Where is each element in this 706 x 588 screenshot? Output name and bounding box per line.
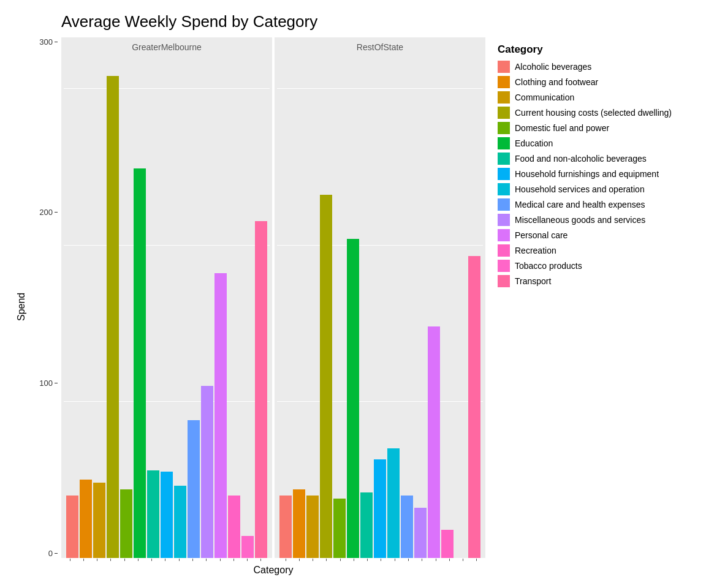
legend-color-2 xyxy=(498,91,510,104)
bar-1-1 xyxy=(293,489,305,558)
plot-area-1 xyxy=(277,57,483,558)
legend-label-2: Communication xyxy=(515,92,574,102)
bar-0-10 xyxy=(201,386,213,558)
legend-label-11: Personal care xyxy=(515,230,567,240)
legend-item-12: Recreation xyxy=(498,244,688,257)
legend-item-13: Tobacco products xyxy=(498,260,688,272)
bars-container-0 xyxy=(64,57,270,558)
bar-0-8 xyxy=(174,486,186,558)
legend-item-8: Household services and operation xyxy=(498,183,688,195)
bar-1-4 xyxy=(333,499,346,558)
legend-color-14 xyxy=(498,275,510,287)
bar-1-12 xyxy=(441,530,454,558)
bar-0-6 xyxy=(147,470,159,558)
legend-label-10: Miscellaneous goods and services xyxy=(515,215,645,225)
legend-color-1 xyxy=(498,76,510,88)
legend-item-7: Household furnishings and equipment xyxy=(498,168,688,180)
legend-label-13: Tobacco products xyxy=(515,261,582,271)
legend-color-9 xyxy=(498,198,510,211)
chart-title: Average Weekly Spend by Category xyxy=(61,12,317,31)
y-ticks-container: 3002001000 xyxy=(34,37,61,558)
bar-0-1 xyxy=(80,480,92,558)
bar-0-3 xyxy=(107,76,119,558)
legend: Category Alcoholic beveragesClothing and… xyxy=(485,37,694,576)
panel-0: GreaterMelbourne xyxy=(61,37,272,558)
legend-color-12 xyxy=(498,244,510,257)
bar-0-7 xyxy=(161,472,173,558)
bar-0-2 xyxy=(93,483,105,558)
legend-label-0: Alcoholic beverages xyxy=(515,62,591,72)
bar-0-4 xyxy=(120,489,132,558)
legend-item-11: Personal care xyxy=(498,229,688,241)
legend-item-6: Food and non-alcoholic beverages xyxy=(498,153,688,165)
legend-color-0 xyxy=(498,61,510,73)
bar-0-5 xyxy=(134,168,146,559)
legend-item-3: Current housing costs (selected dwelling… xyxy=(498,107,688,119)
legend-label-4: Domestic fuel and power xyxy=(515,123,609,133)
legend-item-9: Medical care and health expenses xyxy=(498,198,688,211)
bar-1-8 xyxy=(387,448,400,558)
legend-item-2: Communication xyxy=(498,91,688,104)
bar-1-2 xyxy=(306,496,319,558)
legend-label-9: Medical care and health expenses xyxy=(515,200,645,209)
y-tick-300: 300 xyxy=(39,37,58,47)
legend-label-7: Household furnishings and equipment xyxy=(515,169,659,179)
bar-1-14 xyxy=(468,256,480,558)
legend-label-1: Clothing and footwear xyxy=(515,77,598,87)
panels-area: GreaterMelbourneRestOfState xyxy=(61,37,485,558)
bar-1-0 xyxy=(279,496,292,558)
legend-label-5: Education xyxy=(515,138,553,148)
legend-item-0: Alcoholic beverages xyxy=(498,61,688,73)
bar-0-0 xyxy=(66,496,78,558)
bar-1-5 xyxy=(347,239,359,558)
legend-label-8: Household services and operation xyxy=(515,184,645,194)
legend-color-6 xyxy=(498,153,510,165)
panel-1: RestOfState xyxy=(275,37,485,558)
bar-0-11 xyxy=(214,273,227,558)
chart-main: 3002001000 GreaterMelbourneRestOfState C… xyxy=(34,37,485,576)
bar-1-3 xyxy=(320,195,332,558)
panel-title-1: RestOfState xyxy=(277,40,483,57)
legend-color-5 xyxy=(498,137,510,149)
legend-color-11 xyxy=(498,229,510,241)
chart-container: Average Weekly Spend by Category Spend 3… xyxy=(0,0,706,588)
plot-area-0 xyxy=(64,57,270,558)
legend-label-12: Recreation xyxy=(515,246,556,255)
legend-title: Category xyxy=(498,43,688,56)
bar-0-12 xyxy=(228,496,240,558)
bar-1-7 xyxy=(374,459,386,558)
y-tick-0: 0 xyxy=(48,549,58,558)
legend-color-13 xyxy=(498,260,510,272)
y-tick-200: 200 xyxy=(39,208,58,217)
legend-item-10: Miscellaneous goods and services xyxy=(498,214,688,226)
chart-body: Spend 3002001000 GreaterMelbourneRestOfS… xyxy=(12,37,694,576)
legend-item-14: Transport xyxy=(498,275,688,287)
bar-1-11 xyxy=(428,326,440,558)
legend-color-7 xyxy=(498,168,510,180)
legend-color-3 xyxy=(498,107,510,119)
bar-0-13 xyxy=(241,536,254,558)
legend-label-14: Transport xyxy=(515,276,551,286)
y-tick-100: 100 xyxy=(39,379,58,388)
legend-color-10 xyxy=(498,214,510,226)
legend-label-6: Food and non-alcoholic beverages xyxy=(515,154,647,164)
legend-item-5: Education xyxy=(498,137,688,149)
bar-1-9 xyxy=(401,496,413,558)
y-axis-label: Spend xyxy=(12,37,31,576)
bar-1-6 xyxy=(360,492,373,558)
legend-color-4 xyxy=(498,122,510,134)
legend-item-4: Domestic fuel and power xyxy=(498,122,688,134)
panel-title-0: GreaterMelbourne xyxy=(64,40,270,57)
legend-label-3: Current housing costs (selected dwelling… xyxy=(515,108,672,118)
bar-0-14 xyxy=(255,221,267,558)
x-axis-label: Category xyxy=(61,565,485,576)
legend-item-1: Clothing and footwear xyxy=(498,76,688,88)
legend-color-8 xyxy=(498,183,510,195)
bar-0-9 xyxy=(188,420,200,558)
bar-1-10 xyxy=(414,508,427,558)
bars-container-1 xyxy=(277,57,483,558)
